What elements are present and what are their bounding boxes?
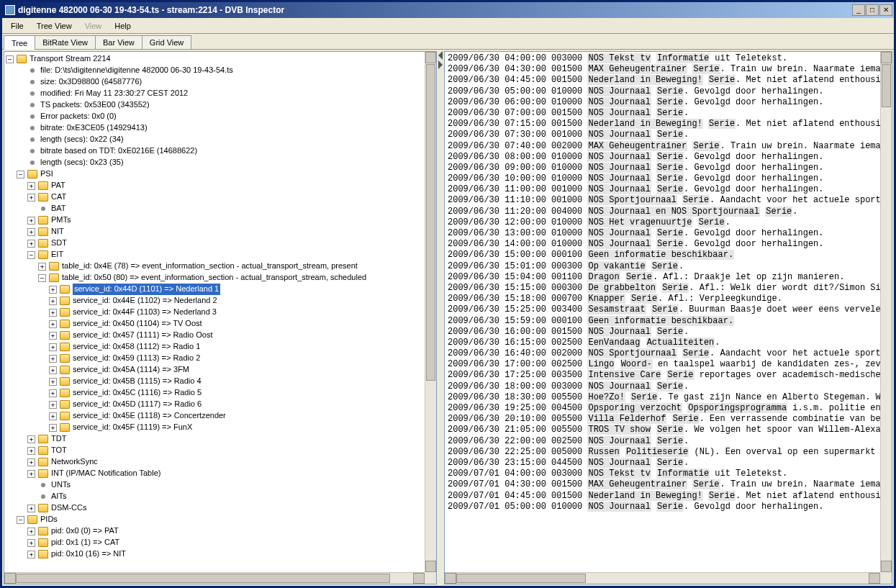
event-row[interactable]: 2009/06/30 22:00:00 002500 NOS Journaal … <box>448 436 880 447</box>
event-row[interactable]: 2009/06/30 19:25:00 004500 Opsporing ver… <box>448 403 880 414</box>
tree-row[interactable]: UNTs <box>6 479 425 491</box>
close-button[interactable]: ✕ <box>879 4 892 16</box>
event-row[interactable]: 2009/06/30 16:40:00 002000 NOS Sportjour… <box>448 348 880 359</box>
tree-row[interactable]: +service_id: 0x45C (1116) => Radio 5 <box>6 387 425 399</box>
event-row[interactable]: 2009/06/30 18:30:00 005500 Hoe?Zo! Serie… <box>448 392 880 403</box>
menu-help[interactable]: Help <box>110 20 135 32</box>
event-row[interactable]: 2009/06/30 10:00:00 010000 NOS Journaal … <box>448 173 880 184</box>
tree-row[interactable]: +service_id: 0x457 (1111) => Radio Oost <box>6 330 425 341</box>
tree-row[interactable]: bitrate based on TDT: 0xE0216E (14688622… <box>6 145 425 157</box>
event-row[interactable]: 2009/06/30 11:20:00 004000 NOS Journaal … <box>448 207 880 217</box>
tree-row[interactable]: −PIDs <box>6 514 425 525</box>
event-row[interactable]: 2009/06/30 18:00:00 003000 NOS Journaal … <box>448 381 880 392</box>
event-row[interactable]: 2009/06/30 15:25:00 003400 Sesamstraat S… <box>448 304 880 315</box>
expander-icon[interactable]: + <box>27 194 35 202</box>
tree-row[interactable]: bitrate: 0xE3CE05 (14929413) <box>6 122 425 134</box>
tree-row[interactable]: +service_id: 0x45E (1118) => Concertzend… <box>6 410 425 422</box>
expander-icon[interactable]: + <box>49 309 57 317</box>
vscrollbar-left[interactable] <box>425 52 436 572</box>
event-row[interactable]: 2009/06/30 15:00:00 000100 Geen informat… <box>448 250 880 261</box>
tree-row[interactable]: +service_id: 0x458 (1112) => Radio 1 <box>6 341 425 353</box>
tree-row[interactable]: BAT <box>6 203 425 214</box>
expander-icon[interactable]: + <box>49 286 57 294</box>
menu-file[interactable]: File <box>6 20 28 32</box>
scroll-left-button[interactable] <box>4 573 16 584</box>
expander-icon[interactable]: + <box>27 470 35 478</box>
event-row[interactable]: 2009/06/30 17:00:00 002500 Lingo Woord- … <box>448 359 880 370</box>
tree-row[interactable]: length (secs): 0x23 (35) <box>6 157 425 168</box>
event-row[interactable]: 2009/06/30 16:00:00 001500 NOS Journaal … <box>448 327 880 338</box>
tree-row[interactable]: +pid: 0x10 (16) => NIT <box>6 548 425 560</box>
scroll-thumb-h[interactable] <box>16 574 390 583</box>
scroll-right-button[interactable] <box>413 573 425 584</box>
expander-icon[interactable]: + <box>49 378 57 386</box>
minimize-button[interactable]: _ <box>852 4 865 16</box>
scroll-down-button[interactable] <box>425 561 436 572</box>
expander-icon[interactable]: + <box>49 332 57 340</box>
event-row[interactable]: 2009/06/30 21:05:00 005500 TROS TV show … <box>448 425 880 435</box>
expander-icon[interactable]: + <box>49 343 57 351</box>
menu-view[interactable]: View <box>81 20 107 32</box>
expander-icon[interactable]: + <box>49 389 57 397</box>
event-row[interactable]: 2009/06/30 15:59:00 000100 Geen informat… <box>448 316 880 327</box>
tree-row[interactable]: −PSI <box>6 168 425 180</box>
event-row[interactable]: 2009/06/30 22:25:00 005000 Russen Politi… <box>448 447 880 458</box>
expander-icon[interactable]: + <box>27 458 35 466</box>
tree-row[interactable]: +service_id: 0x45A (1114) => 3FM <box>6 364 425 376</box>
event-row[interactable]: 2009/06/30 12:00:00 010000 NOS Het vrage… <box>448 217 880 228</box>
scroll-down-button[interactable] <box>881 561 892 572</box>
event-row[interactable]: 2009/06/30 14:00:00 010000 NOS Journaal … <box>448 239 880 250</box>
tree-row[interactable]: +SDT <box>6 238 425 249</box>
tab-tree[interactable]: Tree <box>4 35 35 50</box>
event-row[interactable]: 2009/06/30 13:00:00 010000 NOS Journaal … <box>448 228 880 239</box>
event-row[interactable]: 2009/06/30 04:00:00 003000 NOS Tekst tv … <box>448 53 880 64</box>
event-row[interactable]: 2009/07/01 04:00:00 003000 NOS Tekst tv … <box>448 469 880 479</box>
event-list[interactable]: 2009/06/30 04:00:00 003000 NOS Tekst tv … <box>445 52 880 572</box>
titlebar[interactable]: digitenne 482000 06-30 19-43-54.ts - str… <box>2 2 894 18</box>
event-row[interactable]: 2009/06/30 23:15:00 044500 NOS Journaal … <box>448 458 880 469</box>
event-row[interactable]: 2009/06/30 15:04:00 001100 Dragon Serie.… <box>448 272 880 283</box>
splitter[interactable] <box>438 50 443 586</box>
event-row[interactable]: 2009/07/01 05:00:00 010000 NOS Journaal … <box>448 502 880 512</box>
event-row[interactable]: 2009/07/01 04:30:00 001500 MAX Geheugent… <box>448 479 880 490</box>
tree-row[interactable]: +NetworkSync <box>6 456 425 468</box>
tree-row[interactable]: +DSM-CCs <box>6 502 425 514</box>
event-row[interactable]: 2009/06/30 11:00:00 001000 NOS Journaal … <box>448 184 880 195</box>
expander-icon[interactable]: + <box>27 435 35 443</box>
tree-row[interactable]: +service_id: 0x45F (1119) => FunX <box>6 422 425 433</box>
tab-bar[interactable]: Bar View <box>95 35 142 49</box>
expander-icon[interactable]: + <box>27 505 35 512</box>
tree-row[interactable]: size: 0x3D98800 (64587776) <box>6 76 425 88</box>
event-row[interactable]: 2009/06/30 04:45:00 001500 Nederland in … <box>448 75 880 86</box>
event-row[interactable]: 2009/06/30 05:00:00 010000 NOS Journaal … <box>448 86 880 97</box>
scroll-thumb-h[interactable] <box>456 574 586 583</box>
expander-icon[interactable]: + <box>49 366 57 374</box>
tab-grid[interactable]: Grid View <box>142 35 191 49</box>
expander-icon[interactable]: + <box>38 263 46 271</box>
event-row[interactable]: 2009/06/30 09:00:00 010000 NOS Journaal … <box>448 163 880 173</box>
expander-icon[interactable]: + <box>27 447 35 455</box>
tree-row[interactable]: +pid: 0x1 (1) => CAT <box>6 537 425 548</box>
tree-row[interactable]: TS packets: 0x53E00 (343552) <box>6 99 425 111</box>
expander-icon[interactable]: + <box>49 355 57 363</box>
hscrollbar-right[interactable] <box>445 572 880 584</box>
tree-row[interactable]: +service_id: 0x44E (1102) => Nederland 2 <box>6 295 425 307</box>
tree-row[interactable]: +pid: 0x0 (0) => PAT <box>6 525 425 537</box>
expander-icon[interactable]: − <box>38 274 46 282</box>
event-row[interactable]: 2009/07/01 04:45:00 001500 Nederland in … <box>448 491 880 502</box>
expander-icon[interactable]: + <box>49 424 57 432</box>
event-row[interactable]: 2009/06/30 08:00:00 010000 NOS Journaal … <box>448 152 880 163</box>
scroll-right-button[interactable] <box>869 573 880 584</box>
event-row[interactable]: 2009/06/30 15:18:00 000700 Knapper Serie… <box>448 294 880 304</box>
tree-row[interactable]: +service_id: 0x459 (1113) => Radio 2 <box>6 353 425 364</box>
expander-icon[interactable]: − <box>6 55 14 63</box>
expander-icon[interactable]: + <box>27 539 35 547</box>
event-row[interactable]: 2009/06/30 16:15:00 002500 EenVandaag Ac… <box>448 338 880 348</box>
menu-treeview[interactable]: Tree View <box>32 20 76 32</box>
expander-icon[interactable]: + <box>49 412 57 420</box>
expander-icon[interactable]: + <box>49 401 57 409</box>
event-row[interactable]: 2009/06/30 07:15:00 001500 Nederland in … <box>448 119 880 130</box>
tree-row[interactable]: length (secs): 0x22 (34) <box>6 134 425 145</box>
expander-icon[interactable]: + <box>27 551 35 558</box>
tab-bitrate[interactable]: BitRate View <box>35 35 96 49</box>
